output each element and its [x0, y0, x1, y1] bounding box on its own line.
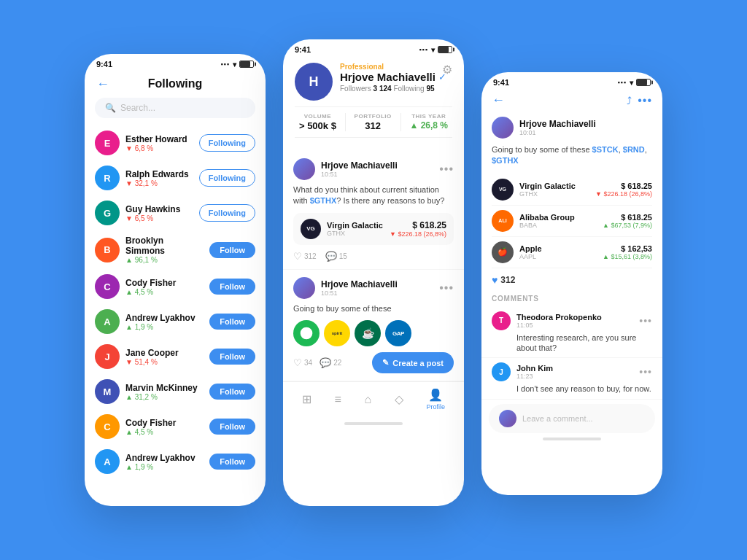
following-button[interactable]: Following — [199, 204, 255, 222]
user-info: Marvin McKinney ▲ 31,2 % — [125, 383, 204, 401]
detail-avatar — [492, 117, 514, 139]
nav-profile-label: Profile — [427, 403, 446, 411]
likes-row: ♥ 312 — [481, 268, 662, 292]
user-info: Andrew Lyakhov ▲ 1,9 % — [125, 453, 204, 471]
nav-diamond[interactable]: ◇ — [395, 392, 403, 406]
nav-profile[interactable]: 👤 Profile — [427, 388, 446, 411]
stock-card-1[interactable]: VG Virgin Galactic GTHX $ 618.25 ▼ $226.… — [293, 213, 454, 245]
status-bar-center: 9:41 ▪▪▪ ▾ — [283, 39, 464, 57]
following-count: 95 — [426, 85, 434, 93]
create-post-button[interactable]: ✎ Create a post — [372, 352, 454, 373]
phone-profile: 9:41 ▪▪▪ ▾ H Professional Hrjove Machiav… — [283, 39, 464, 506]
post-more-icon-1[interactable]: ••• — [439, 163, 454, 176]
comment-action-1[interactable]: 💬 15 — [325, 251, 347, 262]
following-button[interactable]: Following — [199, 169, 255, 187]
follow-button[interactable]: Follow — [209, 349, 255, 365]
back-button-right[interactable]: ← — [492, 93, 505, 108]
post-text-2: Going to buy some of these — [293, 303, 454, 314]
comment-more-icon-1[interactable]: ••• — [639, 315, 652, 327]
comment-count-1: 15 — [339, 252, 347, 260]
avatar: R — [95, 166, 120, 190]
diamond-icon: ◇ — [395, 392, 403, 406]
list-item[interactable]: C Cody Fisher ▲ 4,5 % Follow — [85, 409, 266, 444]
more-icon-right[interactable]: ••• — [638, 94, 652, 107]
list-item[interactable]: R Ralph Edwards ▼ 32,1 % Following — [85, 160, 266, 195]
comment-avatar-2: J — [492, 362, 511, 381]
nav-list[interactable]: ≡ — [335, 393, 341, 406]
list-item[interactable]: A Andrew Lyakhov ▲ 1,9 % Follow — [85, 304, 266, 339]
stock-row-apple[interactable]: 🍎 Apple AAPL $ 162,53 ▲ $15,61 (3,8%) — [492, 237, 652, 268]
stock-row-info-1: Virgin Galactic GTHX — [519, 182, 589, 198]
nav-chart[interactable]: ⌂ — [365, 393, 372, 406]
stock-price-col-1: $ 618.25 ▼ $226.18 (26,8%) — [390, 220, 446, 238]
profile-section: H Professional Hrjove Machiavelli ✓ Foll… — [283, 57, 464, 151]
user-change: ▼ 32,1 % — [125, 179, 193, 187]
user-info: Esther Howard ▼ 6,8 % — [125, 134, 193, 152]
stock-logo-apple-detail: 🍎 — [492, 241, 514, 263]
search-bar[interactable]: 🔍 Search... — [95, 98, 255, 118]
settings-icon[interactable]: ⚙ — [442, 63, 452, 77]
stat-year-value: ▲ 26,8 % — [409, 120, 448, 131]
back-button-left[interactable]: ← — [96, 77, 109, 92]
post-more-icon-2[interactable]: ••• — [439, 281, 454, 295]
user-change: ▲ 1,9 % — [125, 463, 204, 471]
battery-icon-left — [239, 61, 254, 68]
stock-change-detail-2: ▲ $67,53 (7,9%) — [603, 222, 652, 229]
user-name: Andrew Lyakhov — [125, 313, 204, 323]
company-logos: spirit ☕ GAP — [293, 320, 454, 346]
post-text-1: What do you think about current situatio… — [293, 184, 454, 207]
stock-price-col-detail-2: $ 618.25 ▲ $67,53 (7,9%) — [603, 213, 652, 229]
stock-logo-alibaba-detail: ALI — [492, 210, 514, 232]
stock-row-info-2: Alibaba Group BABA — [519, 213, 597, 229]
list-item[interactable]: G Guy Hawkins ▼ 6,5 % Following — [85, 195, 266, 230]
heart-icon-detail[interactable]: ♥ — [492, 274, 498, 286]
wifi-icon-left: ▾ — [233, 61, 236, 69]
share-icon[interactable]: ⤴ — [627, 95, 632, 106]
status-time-left: 9:41 — [96, 60, 112, 69]
comment-input-area[interactable]: Leave a comment... — [489, 404, 655, 433]
avatar: A — [95, 309, 120, 334]
list-item[interactable]: M Marvin McKinney ▲ 31,2 % Follow — [85, 374, 266, 409]
follow-button[interactable]: Follow — [209, 419, 255, 435]
stock-price-1: $ 618.25 — [390, 220, 446, 230]
nav-home[interactable]: ⊞ — [302, 392, 311, 406]
person-icon: 👤 — [428, 388, 443, 402]
stock-row-virgin[interactable]: VG Virgin Galactic GTHX $ 618.25 ▼ $226.… — [492, 174, 652, 206]
list-item[interactable]: E Esther Howard ▼ 6,8 % Following — [85, 125, 266, 160]
user-change: ▼ 6,8 % — [125, 144, 193, 152]
comment-more-icon-2[interactable]: ••• — [639, 366, 652, 378]
stock-ticker-1: GTHX — [327, 230, 384, 237]
post-card-1: Hrjove Machiavelli 10:51 ••• What do you… — [283, 151, 464, 270]
stock-logo-virgin: VG — [301, 219, 321, 239]
chart-icon: ⌂ — [365, 393, 372, 406]
comment-action-2[interactable]: 💬 22 — [320, 357, 341, 368]
ticker-link[interactable]: $GTHX — [310, 196, 337, 205]
comment-placeholder: Leave a comment... — [522, 414, 645, 423]
user-info: Cody Fisher ▲ 4,5 % — [125, 278, 204, 296]
stock-row-alibaba[interactable]: ALI Alibaba Group BABA $ 618.25 ▲ $67,53… — [492, 206, 652, 237]
list-item[interactable]: B Brooklyn Simmons ▲ 96,1 % Follow — [85, 230, 266, 269]
like-action-2[interactable]: ♡ 34 — [293, 357, 312, 368]
user-name: Brooklyn Simmons — [125, 236, 204, 256]
follow-button[interactable]: Follow — [209, 454, 255, 470]
following-button[interactable]: Following — [199, 134, 255, 152]
list-item[interactable]: A Andrew Lyakhov ▲ 1,9 % Follow — [85, 444, 266, 479]
stock-change-detail-3: ▲ $15,61 (3,8%) — [603, 253, 652, 260]
ticker-gthx[interactable]: $GTHX — [492, 156, 519, 165]
like-action-1[interactable]: ♡ 312 — [293, 251, 317, 262]
post-user-info-2: Hrjove Machiavelli 10:51 — [321, 279, 433, 297]
list-item[interactable]: C Cody Fisher ▲ 4,5 % Follow — [85, 269, 266, 304]
follow-button[interactable]: Follow — [209, 384, 255, 400]
ticker-rnd[interactable]: $RND — [623, 145, 645, 154]
ticker-stck[interactable]: $STCK — [592, 145, 619, 154]
detail-header: Hrjove Machiavelli 10:01 — [481, 112, 662, 144]
follow-button[interactable]: Follow — [209, 279, 255, 295]
avatar: G — [95, 201, 120, 225]
list-item[interactable]: J Jane Cooper ▼ 51,4 % Follow — [85, 339, 266, 374]
post-user-info-1: Hrjove Machiavelli 10:51 — [321, 160, 433, 178]
follow-button[interactable]: Follow — [209, 314, 255, 330]
user-change: ▲ 1,9 % — [125, 323, 204, 331]
follow-button[interactable]: Follow — [209, 242, 255, 258]
post-time-1: 10:51 — [321, 171, 433, 178]
user-list: E Esther Howard ▼ 6,8 % Following R Ralp… — [85, 125, 266, 479]
